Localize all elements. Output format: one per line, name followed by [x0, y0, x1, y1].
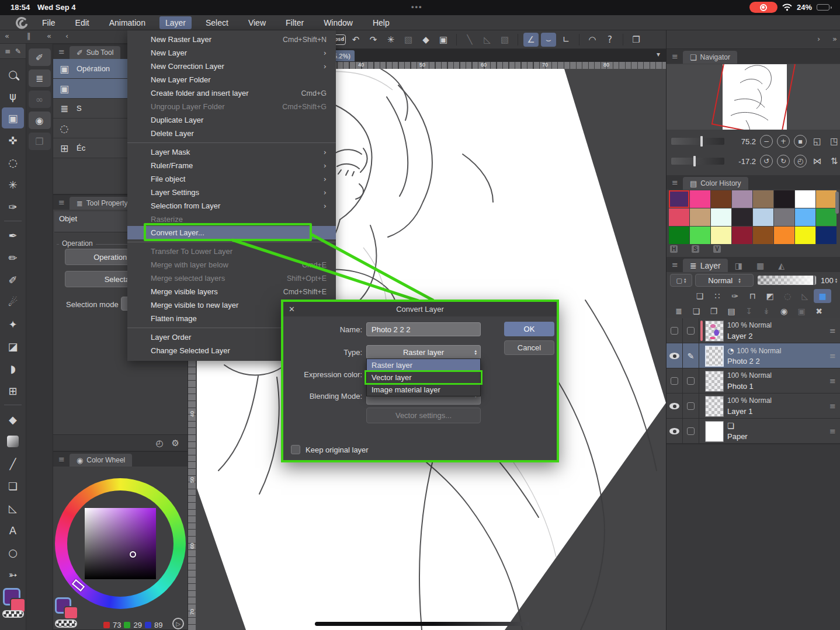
menu-item-layer-settings[interactable]: Layer Settings› — [127, 186, 336, 199]
color-swatch[interactable] — [690, 208, 710, 226]
layer-edit-cell[interactable] — [683, 318, 699, 343]
rotate-left-button[interactable]: ↺ — [760, 155, 773, 168]
dock-folder-button[interactable]: ❐ — [29, 133, 51, 150]
menu-item-delete-layer[interactable]: Delete Layer — [127, 127, 336, 140]
layer-thumbnail[interactable] — [705, 396, 724, 417]
vector-settings-button[interactable]: Vector settings... — [366, 408, 481, 423]
layer-drag-handle[interactable]: ≡ — [829, 427, 836, 436]
tool-property-tab[interactable]: ≣ Tool Property — [70, 197, 135, 210]
rotate-reset-button[interactable]: ◴ — [794, 155, 807, 168]
color-swatch[interactable] — [711, 227, 731, 244]
decoration-tool[interactable]: ✦ — [2, 314, 24, 335]
balloon-tool[interactable]: ○ — [2, 542, 24, 563]
close-icon[interactable]: ✕ — [289, 305, 295, 314]
secondary-color-swatch[interactable] — [64, 606, 78, 619]
sv-cursor[interactable] — [130, 551, 136, 558]
tool-palette-header[interactable]: ≡ ✎ — [0, 44, 26, 59]
layer-combine-chip[interactable]: ▢▴▾ — [670, 274, 692, 287]
move-layer-tool[interactable]: ✜ — [2, 130, 24, 151]
layer-row-photo-1[interactable]: 100 % NormalPhoto 1≡ — [667, 368, 840, 394]
eraser-tool[interactable]: ◪ — [2, 336, 24, 357]
layer-list-view-icon[interactable]: ≣ — [670, 307, 688, 316]
dropdown-option-image-material-layer[interactable]: Image material layer — [367, 384, 480, 396]
lock-transparent-pixels-icon[interactable]: ◩ — [761, 291, 779, 301]
zoom-slider[interactable] — [671, 138, 724, 145]
new-layer-folder-icon[interactable]: ▤ — [723, 307, 740, 316]
eye-icon[interactable] — [669, 403, 679, 409]
flip-vertical-button[interactable]: ⇅ — [828, 155, 840, 168]
menu-item-ruler-frame[interactable]: Ruler/Frame› — [127, 159, 336, 172]
layer-checkbox[interactable] — [687, 377, 695, 385]
menu-item-selection-from-layer[interactable]: Selection from Layer› — [127, 199, 336, 213]
navigator-tab[interactable]: ❏ Navigator — [683, 51, 737, 64]
layer-edit-cell[interactable]: ✎ — [683, 343, 699, 368]
menu-item-new-raster-layer[interactable]: New Raster LayerCmd+Shift+N — [127, 33, 336, 46]
color-wheel-tab[interactable]: ◉ Color Wheel — [70, 454, 132, 467]
enable-mask-icon[interactable]: ◌ — [779, 291, 796, 301]
menu-edit[interactable]: Edit — [70, 16, 95, 29]
collapse-left-icon[interactable]: « — [5, 32, 9, 40]
redo-icon[interactable]: ↷ — [366, 33, 381, 47]
ok-button[interactable]: OK — [504, 322, 554, 336]
menu-filter[interactable]: Filter — [280, 16, 310, 29]
draft-layer-icon[interactable]: ✑ — [726, 291, 744, 301]
color-swatch[interactable] — [669, 227, 689, 244]
dock-sub-tool-button[interactable]: ✐ — [29, 48, 51, 66]
menu-item-new-correction-layer[interactable]: New Correction Layer› — [127, 60, 336, 73]
blend-tool[interactable]: ◗ — [2, 358, 24, 379]
layer-visibility-cell[interactable] — [667, 343, 683, 368]
sub-tool-tab[interactable]: ✐ Sub Tool — [70, 46, 120, 59]
layer-drag-handle[interactable]: ≡ — [829, 351, 836, 360]
hsv-label-v[interactable]: V — [713, 245, 721, 253]
menu-item-layer-mask[interactable]: Layer Mask› — [127, 145, 336, 159]
fit-to-window-button[interactable]: ◳ — [828, 135, 840, 148]
layer-visibility-cell[interactable] — [667, 318, 683, 343]
layer-row-layer-2[interactable]: 100 % NormalLayer 2≡ — [667, 318, 840, 343]
hsv-label-h[interactable]: H — [670, 245, 678, 253]
fill-tool[interactable]: ◆ — [2, 409, 24, 430]
hsv-label-s[interactable]: S — [692, 245, 699, 253]
tab-layer-property[interactable]: ◨ — [728, 259, 749, 272]
color-history-tab[interactable]: ▤ Color History — [683, 177, 748, 190]
collapse-right-icon[interactable]: » — [832, 34, 837, 43]
eye-icon[interactable] — [669, 353, 679, 359]
color-swatch[interactable] — [774, 208, 794, 226]
brush-tool[interactable]: ✐ — [2, 269, 24, 290]
panel-menu-icon[interactable]: ≡ — [672, 178, 678, 187]
menu-item-create-folder-and-insert-layer[interactable]: Create folder and insert layerCmd+G — [127, 86, 336, 100]
keep-original-checkbox[interactable] — [291, 445, 300, 454]
menu-animation[interactable]: Animation — [103, 16, 151, 29]
zoom-tool[interactable]: ○ — [2, 63, 24, 84]
menu-window[interactable]: Window — [318, 16, 359, 29]
collapse-left-icon[interactable]: « — [47, 32, 51, 40]
eyedropper-tool[interactable]: ✑ — [2, 196, 24, 217]
gradient-tool-icon[interactable] — [7, 436, 19, 447]
panel-menu-icon[interactable]: ≡ — [5, 47, 11, 55]
clip-to-layer-below-icon[interactable]: ❏ — [691, 291, 709, 301]
select-rect-icon[interactable]: ▧ — [497, 33, 512, 47]
rotate-slider[interactable] — [671, 158, 724, 165]
panel-menu-icon[interactable]: ≡ — [58, 455, 65, 464]
gradient-icon[interactable]: ◺ — [480, 33, 495, 47]
color-swatch[interactable] — [732, 208, 752, 226]
blend-mode-select[interactable]: Normal ▴▾ — [695, 274, 754, 287]
layer-drag-handle[interactable]: ≡ — [829, 326, 836, 335]
panel-menu-icon[interactable]: ≡ — [672, 52, 678, 61]
tab-layer[interactable]: ≣Layer — [683, 259, 728, 272]
color-swatch[interactable] — [795, 190, 815, 208]
color-swatch[interactable] — [669, 208, 689, 226]
dock-link-button[interactable]: ∞ — [29, 91, 51, 108]
color-swatch[interactable] — [732, 190, 752, 208]
reselect-icon[interactable]: ▧ — [401, 33, 416, 47]
airbrush-tool[interactable]: ☄ — [2, 291, 24, 312]
saturation-value-square[interactable] — [85, 508, 156, 579]
color-swatch[interactable] — [816, 190, 836, 208]
navigator-preview[interactable] — [667, 64, 840, 130]
color-swatch[interactable] — [711, 190, 731, 208]
layer-visibility-cell[interactable] — [667, 394, 683, 419]
layer-thumbnail[interactable] — [705, 346, 724, 367]
help-icon[interactable]: ? — [602, 33, 617, 47]
ruler-icon[interactable]: ◺ — [796, 291, 814, 301]
snap-to-special-ruler-icon[interactable]: ⌣ — [541, 33, 556, 47]
layer-checkbox[interactable] — [671, 327, 678, 335]
